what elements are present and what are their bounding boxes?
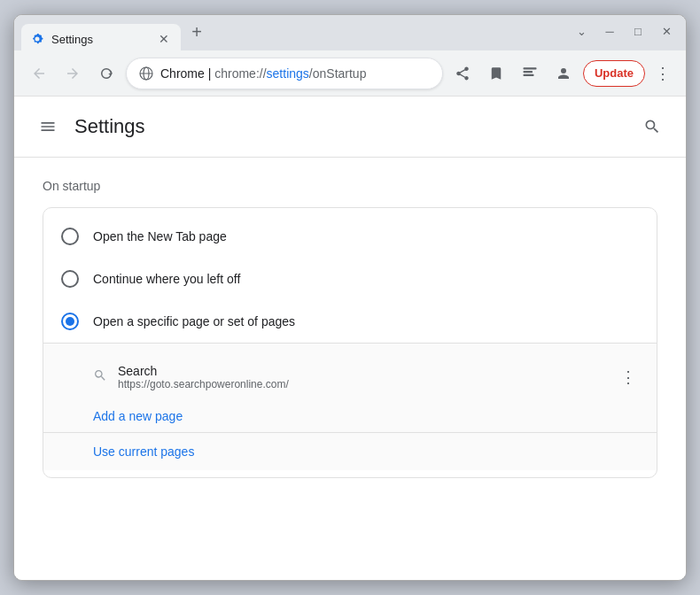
tab-close-button[interactable]: ✕ bbox=[156, 31, 172, 47]
add-page-link[interactable]: Add a new page bbox=[93, 400, 642, 432]
entry-options-button[interactable]: ⋮ bbox=[614, 363, 642, 391]
new-tab-button[interactable]: + bbox=[184, 19, 209, 44]
entry-url: https://goto.searchpoweronline.com/ bbox=[118, 378, 603, 390]
entry-info: Search https://goto.searchpoweronline.co… bbox=[118, 364, 603, 390]
radio-continue[interactable]: Continue where you left off bbox=[43, 258, 657, 300]
profile-button[interactable] bbox=[549, 59, 578, 88]
radio-new-tab[interactable]: Open the New Tab page bbox=[43, 215, 657, 258]
minimize-button[interactable]: ─ bbox=[597, 19, 622, 43]
startup-entry: Search https://goto.searchpoweronline.co… bbox=[93, 354, 642, 400]
entry-name: Search bbox=[118, 364, 603, 378]
site-icon bbox=[139, 66, 153, 81]
address-bar[interactable]: Chrome | chrome://settings/onStartup bbox=[126, 58, 443, 89]
radio-label-continue: Continue where you left off bbox=[93, 272, 240, 286]
title-bar: Settings ✕ + ⌄ ─ □ ✕ bbox=[14, 15, 686, 50]
hamburger-menu-button[interactable] bbox=[32, 111, 64, 143]
reload-button[interactable] bbox=[92, 59, 121, 88]
entry-search-icon bbox=[93, 368, 107, 386]
radio-circle-specific bbox=[61, 313, 79, 330]
section-title: On startup bbox=[43, 179, 657, 193]
forward-button[interactable] bbox=[58, 59, 87, 88]
settings-header: Settings bbox=[14, 97, 686, 158]
radio-label-specific: Open a specific page or set of pages bbox=[93, 314, 295, 328]
svg-rect-5 bbox=[523, 73, 533, 75]
url-suffix: /onStartup bbox=[309, 66, 367, 81]
more-options-button[interactable]: ⋮ bbox=[650, 61, 675, 86]
maximize-button[interactable]: □ bbox=[626, 19, 650, 43]
update-button[interactable]: Update bbox=[583, 60, 645, 87]
radio-label-new-tab: Open the New Tab page bbox=[93, 229, 227, 243]
page-content: Settings On startup Open the New Tab pag… bbox=[14, 97, 686, 580]
svg-rect-3 bbox=[523, 67, 536, 69]
back-button[interactable] bbox=[25, 59, 53, 88]
share-button[interactable] bbox=[448, 59, 477, 88]
radio-circle-new-tab bbox=[61, 228, 79, 245]
search-settings-button[interactable] bbox=[636, 111, 668, 143]
use-current-link[interactable]: Use current pages bbox=[93, 444, 194, 459]
url-prefix: chrome:// bbox=[214, 66, 266, 81]
bookmark-button[interactable] bbox=[482, 59, 510, 88]
browser-window: Settings ✕ + ⌄ ─ □ ✕ bbox=[13, 14, 687, 581]
add-page-label: Add a new page bbox=[93, 400, 183, 432]
address-text: Chrome | chrome://settings/onStartup bbox=[160, 66, 430, 81]
tab-strip: Settings ✕ + bbox=[21, 15, 569, 50]
specific-page-section: Search https://goto.searchpoweronline.co… bbox=[43, 343, 657, 432]
close-button[interactable]: ✕ bbox=[654, 19, 679, 43]
settings-tab[interactable]: Settings ✕ bbox=[21, 24, 181, 54]
svg-rect-4 bbox=[523, 71, 533, 73]
page-title: Settings bbox=[74, 115, 626, 138]
update-label: Update bbox=[595, 66, 634, 80]
settings-body: On startup Open the New Tab page Continu… bbox=[14, 158, 686, 580]
toolbar: Chrome | chrome://settings/onStartup Upd… bbox=[14, 50, 686, 97]
tab-title: Settings bbox=[51, 33, 149, 46]
radio-circle-continue bbox=[61, 270, 79, 288]
radio-inner-specific bbox=[66, 317, 74, 326]
url-path: settings bbox=[267, 66, 309, 81]
chrome-label: Chrome bbox=[160, 66, 205, 81]
tab-favicon bbox=[30, 32, 44, 46]
window-controls: ⌄ ─ □ ✕ bbox=[569, 15, 679, 50]
startup-options-card: Open the New Tab page Continue where you… bbox=[43, 207, 657, 478]
radio-specific[interactable]: Open a specific page or set of pages bbox=[43, 300, 657, 343]
use-current-section: Use current pages bbox=[43, 432, 657, 470]
chevron-button[interactable]: ⌄ bbox=[569, 19, 594, 43]
tab-search-button[interactable] bbox=[516, 59, 544, 88]
